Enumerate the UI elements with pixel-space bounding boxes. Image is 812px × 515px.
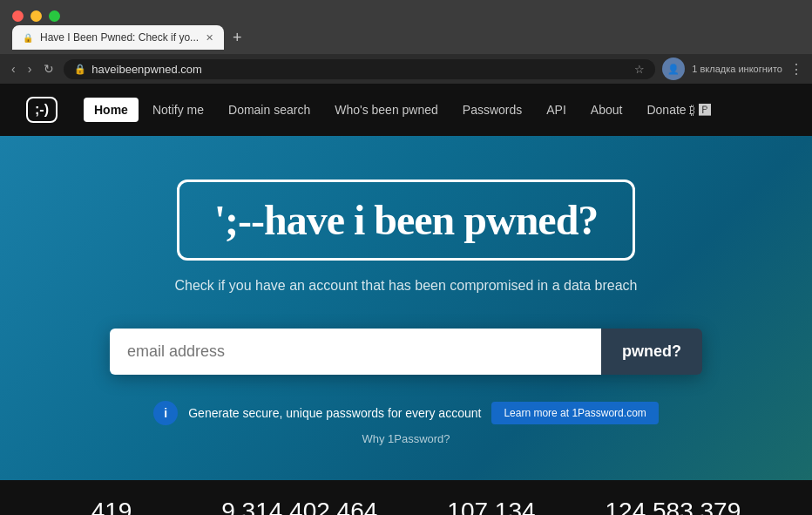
stats-bar: 419 pwned websites 9,314,402,464 pwned a… [0, 480, 812, 515]
profile-button[interactable]: 👤 [662, 58, 685, 80]
nav-donate[interactable]: Donate ₿ 🅿 [636, 98, 721, 122]
refresh-button[interactable]: ↻ [41, 62, 57, 76]
browser-menu-button[interactable]: ⋮ [789, 61, 803, 78]
traffic-light-close[interactable] [12, 10, 24, 22]
profile-icon: 👤 [667, 64, 680, 75]
nav-about[interactable]: About [580, 98, 633, 122]
nav-home[interactable]: Home [84, 98, 139, 122]
onepassword-icon: i [153, 401, 178, 425]
promo-text: Generate secure, unique passwords for ev… [188, 406, 481, 420]
nav-notify[interactable]: Notify me [142, 98, 214, 122]
traffic-light-fullscreen[interactable] [49, 10, 60, 22]
hero-subtitle: Check if you have an account that has be… [175, 278, 638, 294]
search-row: pwned? [110, 329, 702, 375]
lock-icon: 🔒 [74, 64, 86, 75]
address-text: haveibeenpwned.com [91, 63, 201, 76]
address-bar[interactable]: 🔒 haveibeenpwned.com ☆ [64, 59, 655, 79]
why-onepassword-link[interactable]: Why 1Password? [362, 432, 450, 445]
forward-button[interactable]: › [25, 62, 35, 76]
nav-links: Home Notify me Domain search Who's been … [84, 98, 786, 122]
browser-tab[interactable]: 🔒 Have I Been Pwned: Check if yo... ✕ [12, 25, 224, 50]
traffic-light-minimize[interactable] [30, 10, 42, 22]
nav-domain-search[interactable]: Domain search [218, 98, 321, 122]
site-logo[interactable]: ;-) [26, 97, 58, 123]
stat-number-paste-accounts: 124,583,379 [606, 498, 741, 515]
stat-number-websites: 419 [71, 498, 152, 515]
email-input[interactable] [110, 329, 601, 375]
stat-number-pastes: 107,134 [447, 498, 535, 515]
address-bar-row: ‹ › ↻ 🔒 haveibeenpwned.com ☆ 👤 1 вкладка… [0, 54, 812, 84]
tab-favicon: 🔒 [23, 33, 33, 43]
nav-api[interactable]: API [536, 98, 577, 122]
nav-passwords[interactable]: Passwords [452, 98, 532, 122]
stat-pwned-accounts: 9,314,402,464 pwned accounts [221, 498, 377, 515]
password-promo: i Generate secure, unique passwords for … [153, 401, 659, 425]
incognito-label: 1 вкладка инкогнито [692, 64, 782, 74]
pwned-button[interactable]: pwned? [601, 329, 702, 375]
hero-title: ';--have i been pwned? [214, 196, 599, 244]
tab-close-button[interactable]: ✕ [206, 32, 213, 44]
stat-pastes: 107,134 pastes [447, 498, 535, 515]
stat-pwned-websites: 419 pwned websites [71, 498, 152, 515]
hero-section: ';--have i been pwned? Check if you have… [0, 136, 812, 480]
onepassword-button[interactable]: Learn more at 1Password.com [491, 402, 658, 424]
bookmark-icon[interactable]: ☆ [634, 63, 645, 76]
hero-title-box: ';--have i been pwned? [177, 180, 636, 261]
tab-title: Have I Been Pwned: Check if yo... [40, 31, 199, 44]
back-button[interactable]: ‹ [9, 62, 18, 76]
stat-paste-accounts: 124,583,379 paste accounts [606, 498, 741, 515]
stat-number-accounts: 9,314,402,464 [221, 498, 377, 515]
nav-whos-been-pwned[interactable]: Who's been pwned [324, 98, 449, 122]
site-navigation: ;-) Home Notify me Domain search Who's b… [0, 84, 812, 136]
new-tab-button[interactable]: + [233, 29, 242, 47]
